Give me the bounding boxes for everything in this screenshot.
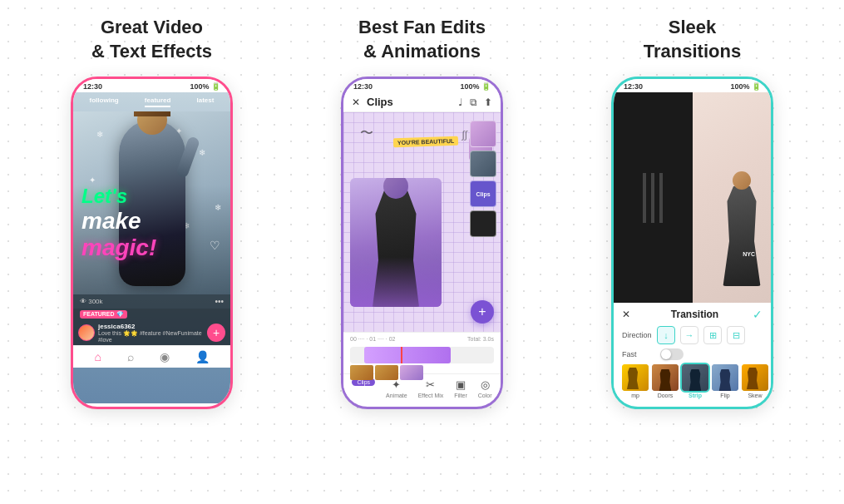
username-1: jessica6362	[98, 323, 204, 330]
trans-label-doors: Doors	[658, 393, 674, 398]
phone3-content: NYC ✕ Transition ✓ Direction ↓ →	[614, 92, 771, 403]
trans-thumb-img-flip	[712, 364, 738, 391]
tab-color[interactable]: ◎ Color	[478, 378, 492, 398]
trans-thumb-img-doors	[652, 364, 679, 391]
video-right: NYC	[693, 92, 772, 303]
add-button-1[interactable]: +	[207, 324, 225, 342]
camera-icon[interactable]: ◉	[160, 350, 170, 363]
share-icon[interactable]: ⬆	[484, 96, 492, 108]
youre-beautiful-sticker: YOU'RE BEAUTIFUL	[393, 136, 459, 148]
time-3: 12:30	[624, 82, 643, 91]
direction-row: Direction ↓ → ⊞ ⊟	[622, 326, 763, 344]
phone3-video: NYC	[614, 92, 771, 303]
header-icons: ♩ ⧉ ⬆	[458, 96, 492, 108]
profile-icon[interactable]: 👤	[195, 350, 210, 363]
clips-title: Clips	[367, 96, 452, 108]
tab-animate[interactable]: ✦ Animate	[386, 378, 407, 398]
glitter-overlay	[350, 257, 442, 307]
canvas-elements: 〜 ∫∫ YOU'RE BEAUTIFUL ✋	[343, 112, 501, 332]
video-left	[614, 92, 693, 303]
effect-mix-icon: ✂	[426, 378, 435, 391]
status-bar-2: 12:30 100% 🔋	[343, 79, 501, 92]
side-thumbnails: Clips	[470, 121, 496, 237]
stripe-1	[643, 173, 646, 223]
trans-close-icon[interactable]: ✕	[622, 309, 630, 320]
ts-thumb-3	[400, 365, 423, 380]
trans-thumb-img-mp	[622, 364, 649, 391]
col3-title: SleekTransitions	[644, 15, 741, 65]
timeline-clip	[364, 347, 451, 363]
tab-clips[interactable]: Clips	[352, 378, 375, 398]
nyc-text: NYC	[743, 251, 755, 257]
side-thumb-dark[interactable]	[470, 210, 496, 237]
status-bar-1: 12:30 100% 🔋	[73, 79, 230, 92]
trans-label-strip: Strip	[689, 393, 702, 398]
timeline-track[interactable]	[350, 347, 494, 363]
trans-thumbnails: mp Doors	[622, 364, 763, 398]
trans-label-skew: Skew	[748, 393, 762, 398]
trans-header: ✕ Transition ✓	[622, 308, 763, 321]
trans-thumb-flip[interactable]: Flip	[712, 364, 738, 398]
music-icon[interactable]: ♩	[458, 96, 463, 108]
trans-thumb-strip[interactable]: Strip	[682, 364, 708, 398]
trans-thumb-img-strip	[682, 364, 708, 391]
fast-row: Fast	[622, 348, 763, 360]
direction-btn-down[interactable]: ↓	[657, 326, 675, 344]
nav-latest[interactable]: latest	[197, 96, 215, 107]
time-1: 12:30	[83, 82, 102, 91]
search-icon[interactable]: ⌕	[127, 350, 134, 363]
side-thumb-1[interactable]	[470, 121, 496, 147]
col1-title: Great Video& Text Effects	[91, 15, 212, 65]
status-bar-3: 12:30 100% 🔋	[614, 79, 771, 92]
fast-toggle[interactable]	[660, 348, 684, 360]
animate-label: Animate	[386, 393, 407, 398]
trans-thumb-mp[interactable]: mp	[622, 364, 649, 398]
trans-check-icon[interactable]: ✓	[753, 308, 763, 321]
animate-icon: ✦	[392, 378, 401, 391]
ts-thumb-2	[375, 365, 398, 380]
text-overlay: Let's make magic!	[81, 185, 156, 261]
phone1-content: following featured latest ❄ ✦ ❄ ✦ ❄ ✦ ❄	[73, 92, 230, 403]
trans-title: Transition	[637, 309, 753, 320]
phone2-canvas: 〜 ∫∫ YOU'RE BEAUTIFUL ✋	[343, 112, 501, 332]
trans-thumb-skew[interactable]: Skew	[742, 364, 768, 398]
phone2-content: ✕ Clips ♩ ⧉ ⬆ 〜 ∫∫ YOU'RE BEAUTIF	[343, 92, 501, 403]
tab-filter[interactable]: ▣ Filter	[454, 378, 467, 398]
battery-3: 100% 🔋	[730, 82, 761, 91]
phone-2: 12:30 100% 🔋 ✕ Clips ♩ ⧉ ⬆	[341, 77, 503, 409]
phone1-nav: following featured latest	[73, 92, 230, 111]
user-caption-1: Love this 🌟🌟 #feature #NewFunimate #love	[98, 330, 204, 343]
time-2: 12:30	[353, 82, 373, 91]
tab-effect-mix[interactable]: ✂ Effect Mix	[418, 378, 444, 398]
direction-btn-other[interactable]: ⊟	[727, 326, 745, 344]
side-thumb-2[interactable]	[470, 151, 496, 177]
direction-btn-grid[interactable]: ⊞	[703, 326, 722, 344]
close-icon-2[interactable]: ✕	[352, 96, 360, 108]
main-girl-img	[350, 178, 442, 307]
stripe-3	[659, 173, 663, 223]
time-markers: 00 ···· · 01 ···· · 02	[350, 336, 395, 342]
user-row: jessica6362 Love this 🌟🌟 #feature #NewFu…	[73, 320, 230, 345]
text-make: make	[81, 208, 156, 235]
trans-thumb-doors[interactable]: Doors	[652, 364, 679, 398]
color-icon: ◎	[481, 378, 490, 391]
brush-sticker: ∫∫	[461, 129, 467, 141]
filter-icon: ▣	[456, 378, 466, 391]
timeline-playhead	[401, 347, 402, 363]
direction-btn-right[interactable]: →	[680, 326, 698, 344]
nav-following[interactable]: following	[90, 96, 119, 107]
layers-icon[interactable]: ⧉	[470, 96, 477, 108]
home-icon[interactable]: ⌂	[94, 350, 101, 363]
text-magic: magic!	[81, 235, 156, 261]
side-thumb-clips[interactable]: Clips	[470, 180, 496, 207]
col2-title: Best Fan Edits& Animations	[358, 15, 486, 65]
text-lets: Let's	[81, 185, 156, 208]
trans-label-flip: Flip	[720, 393, 729, 398]
nav-featured[interactable]: featured	[145, 96, 171, 107]
direction-label: Direction	[622, 331, 652, 339]
view-count: 👁 300k	[80, 298, 103, 305]
effect-mix-label: Effect Mix	[418, 393, 444, 398]
add-button-2[interactable]: +	[471, 300, 494, 324]
timeline-thumb-strip	[350, 365, 494, 380]
filter-label: Filter	[454, 393, 467, 398]
